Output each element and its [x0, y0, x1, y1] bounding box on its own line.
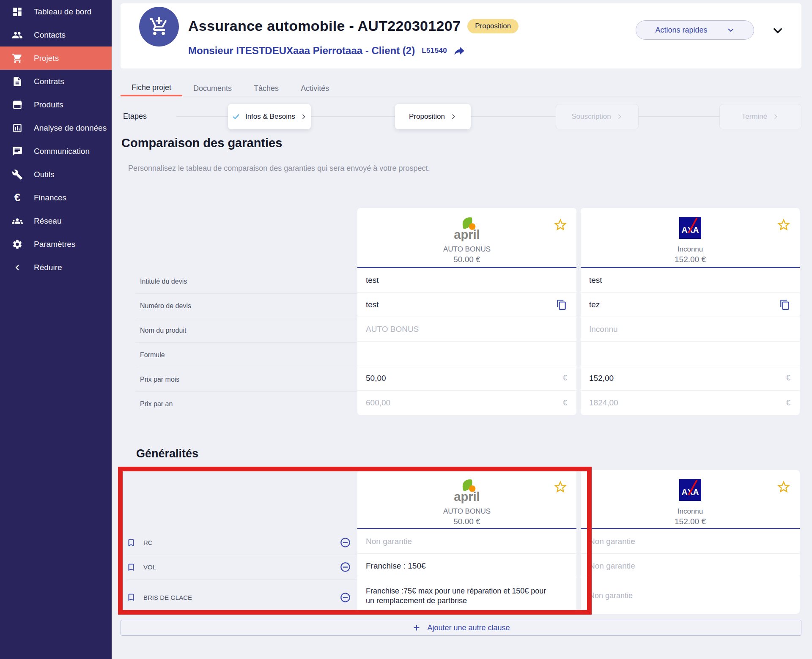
cell-formule[interactable] [581, 342, 800, 366]
step-proposition[interactable]: Proposition [395, 104, 471, 129]
sidebar-item-analyse-de-donnees[interactable]: Analyse de données [0, 116, 112, 139]
remove-clause-icon[interactable] [340, 592, 351, 603]
sidebar-item-projets[interactable]: Projets [0, 46, 112, 70]
cell-numero-devis[interactable]: test [357, 293, 576, 317]
tab-documents[interactable]: Documents [182, 80, 243, 96]
product-price: 152.00 € [675, 517, 706, 526]
avatar [139, 7, 179, 46]
step-infos-besoins[interactable]: Infos & Besoins [228, 104, 311, 129]
sidebar-item-produits[interactable]: Produits [0, 93, 112, 116]
cell-formule[interactable] [357, 342, 576, 366]
sidebar-item-label: Réduire [34, 263, 62, 272]
clause-row-rc: RC [126, 530, 357, 555]
cell-intitule-devis[interactable]: test [581, 268, 800, 293]
sidebar-item-communication[interactable]: Communication [0, 139, 112, 163]
product-name: Inconnu [678, 507, 703, 516]
cell-prix-an[interactable]: 1824,00 € [581, 391, 800, 415]
sidebar-item-label: Contacts [34, 30, 66, 40]
add-clause-label: Ajouter une autre clause [427, 623, 510, 632]
currency-suffix: € [563, 399, 567, 407]
cart-plus-icon [149, 16, 169, 37]
sidebar-item-reseau[interactable]: Réseau [0, 209, 112, 232]
step-label: Terminé [742, 112, 767, 121]
clause-row-vol: VOL [126, 555, 357, 580]
sidebar-item-label: Paramètres [34, 240, 75, 249]
sidebar-item-parametres[interactable]: Paramètres [0, 232, 112, 256]
sidebar-item-outils[interactable]: Outils [0, 163, 112, 186]
currency-suffix: € [786, 399, 790, 407]
april-logo: april [446, 214, 488, 242]
axa-logo: AXA [679, 214, 701, 242]
cell-intitule-devis[interactable]: test [357, 268, 576, 293]
plus-icon [412, 623, 421, 632]
sidebar-item-label: Finances [34, 193, 66, 202]
remove-clause-icon[interactable] [340, 561, 351, 573]
remove-clause-icon[interactable] [340, 537, 351, 548]
product-card-april: april AUTO BONUS 50.00 € test test AUTO … [357, 208, 576, 415]
network-icon [12, 216, 23, 227]
sidebar-item-contrats[interactable]: Contrats [0, 70, 112, 93]
sidebar-item-label: Projets [34, 54, 59, 63]
product-card-axa: AXA Inconnu 152.00 € Non garantie Non ga… [581, 470, 800, 614]
share-icon[interactable] [454, 45, 465, 57]
storefront-icon [12, 99, 23, 110]
product-price: 50.00 € [453, 517, 480, 526]
cell-vol[interactable]: Franchise : 150€ [357, 554, 576, 578]
cell-prix-mois[interactable]: 50,00 € [357, 366, 576, 391]
clause-row-bris-de-glace: BRIS DE GLACE [126, 580, 357, 615]
cell-vol[interactable]: Non garantie [581, 554, 800, 578]
copy-icon[interactable] [779, 299, 790, 310]
step-souscription: Souscription [556, 104, 639, 129]
sidebar-item-label: Contrats [34, 77, 64, 86]
copy-icon[interactable] [556, 299, 567, 310]
cell-nom-produit[interactable]: AUTO BONUS [357, 317, 576, 342]
tab-activites[interactable]: Activités [290, 80, 340, 96]
cell-nom-produit[interactable]: Inconnu [581, 317, 800, 342]
sidebar-item-contacts[interactable]: Contacts [0, 23, 112, 46]
collapse-header-button[interactable] [772, 25, 784, 36]
star-icon[interactable] [553, 217, 568, 232]
step-termine: Terminé [719, 104, 801, 129]
sidebar-item-tableau-de-bord[interactable]: Tableau de bord [0, 0, 112, 23]
page-title: Assurance automobile - AUT220301207 [188, 18, 461, 34]
cell-bris-de-glace[interactable]: Franchise :75€ max pour une réparation e… [357, 578, 576, 614]
april-logo: april [446, 476, 488, 504]
generalites-table: RC VOL BRIS DE GLACE april AUTO BONUS [121, 470, 801, 614]
cell-bris-de-glace[interactable]: Non garantie [581, 578, 800, 614]
tab-taches[interactable]: Tâches [243, 80, 290, 96]
star-icon[interactable] [553, 479, 568, 495]
cell-prix-an[interactable]: 600,00 € [357, 391, 576, 415]
add-clause-button[interactable]: Ajouter une autre clause [121, 620, 801, 636]
product-header: AXA Inconnu 152.00 € [581, 470, 800, 529]
product-name: Inconnu [678, 245, 703, 254]
steps-label: Etapes [123, 112, 147, 121]
check-icon [232, 112, 240, 121]
sidebar-item-reduire[interactable]: Réduire [0, 256, 112, 279]
client-link[interactable]: Monsieur ITESTDEUXaaa Pierrotaaa - Clien… [188, 45, 415, 57]
chevron-right-icon [450, 113, 457, 120]
tools-icon [12, 169, 23, 180]
quick-actions-button[interactable]: Actions rapides [636, 20, 754, 40]
cell-rc[interactable]: Non garantie [357, 529, 576, 554]
star-icon[interactable] [776, 479, 791, 495]
cell-numero-devis[interactable]: tez [581, 293, 800, 317]
step-label: Infos & Besoins [245, 112, 295, 121]
row-label: Nom du produit [136, 318, 357, 343]
sidebar-item-finances[interactable]: € Finances [0, 186, 112, 209]
star-icon[interactable] [776, 217, 791, 232]
currency-suffix: € [786, 374, 790, 383]
sidebar-item-label: Réseau [34, 216, 62, 226]
bookmark-icon [126, 563, 136, 572]
row-label: Prix par an [136, 392, 357, 416]
svg-text:april: april [454, 490, 480, 503]
generalites-row-labels: RC VOL BRIS DE GLACE [126, 530, 357, 615]
tab-fiche-projet[interactable]: Fiche projet [121, 80, 182, 96]
product-name: AUTO BONUS [443, 507, 491, 516]
bookmark-icon [126, 538, 136, 547]
product-header: april AUTO BONUS 50.00 € [357, 208, 576, 268]
cell-rc[interactable]: Non garantie [581, 529, 800, 554]
cell-prix-mois[interactable]: 152,00 € [581, 366, 800, 391]
step-label: Proposition [409, 112, 445, 121]
bar-chart-icon [12, 123, 23, 134]
sidebar-item-label: Tableau de bord [34, 7, 91, 16]
